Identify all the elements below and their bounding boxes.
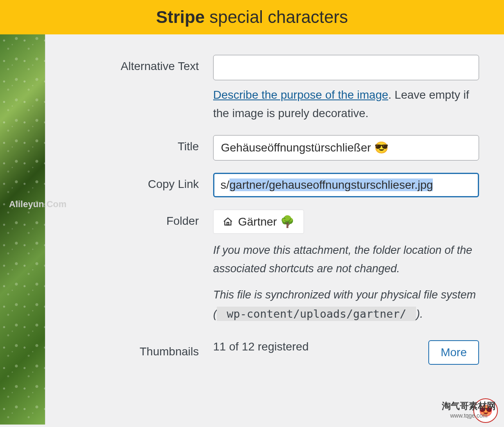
thumbnails-row: Thumbnails 11 of 12 registered More xyxy=(62,340,488,365)
copy-link-row: Copy Link s/gartner/gehauseoffnungstursc… xyxy=(62,173,488,197)
alt-text-row: Alternative Text Describe the purpose of… xyxy=(62,55,488,123)
alt-text-input[interactable] xyxy=(213,55,479,80)
title-label: Title xyxy=(62,135,213,160)
svg-rect-0 xyxy=(227,222,229,225)
thumbnails-more-button[interactable]: More xyxy=(428,340,479,365)
attachment-details-panel: Alternative Text Describe the purpose of… xyxy=(45,34,504,425)
folder-sync-post: ). xyxy=(416,308,423,320)
attachment-thumbnail-strip xyxy=(0,34,45,425)
folder-name: Gärtner 🌳 xyxy=(238,215,295,228)
alt-text-help: Describe the purpose of the image. Leave… xyxy=(213,86,479,123)
watermark-right-url: www.tqge.com xyxy=(442,412,496,419)
thumbnails-count: 11 of 12 registered xyxy=(213,335,309,353)
alt-text-help-link[interactable]: Describe the purpose of the image xyxy=(213,88,388,101)
page-title: Stripe special characters xyxy=(156,7,348,27)
folder-move-hint: If you move this attachment, the folder … xyxy=(213,241,479,279)
folder-label: Folder xyxy=(62,210,213,324)
home-icon xyxy=(223,216,233,227)
copy-link-input[interactable]: s/gartner/gehauseoffnungsturschlieser.jp… xyxy=(213,173,479,197)
copy-link-selection: gartner/gehauseoffnungsturschlieser.jpg xyxy=(230,178,433,191)
folder-sync-hint: This file is synchronized with your phys… xyxy=(213,286,479,324)
folder-select-button[interactable]: Gärtner 🌳 xyxy=(213,210,304,234)
copy-link-prefix: s/ xyxy=(220,178,230,191)
watermark-right: 淘气哥素材网 www.tqge.com xyxy=(442,400,496,419)
title-input[interactable] xyxy=(213,135,479,160)
watermark-left: Alileyun.Com xyxy=(9,199,67,210)
watermark-right-cn: 淘气哥素材网 xyxy=(442,400,496,412)
title-rest: special characters xyxy=(205,7,348,27)
folder-row: Folder Gärtner 🌳 If you move this attach… xyxy=(62,210,488,324)
alt-text-label: Alternative Text xyxy=(62,55,213,123)
thumbnails-label: Thumbnails xyxy=(62,340,213,365)
title-row: Title xyxy=(62,135,488,160)
copy-link-label: Copy Link xyxy=(62,173,213,197)
title-bold: Stripe xyxy=(156,7,205,27)
folder-sync-path: wp-content/uploads/gartner/ xyxy=(217,307,416,321)
header-banner: Stripe special characters xyxy=(0,0,504,34)
